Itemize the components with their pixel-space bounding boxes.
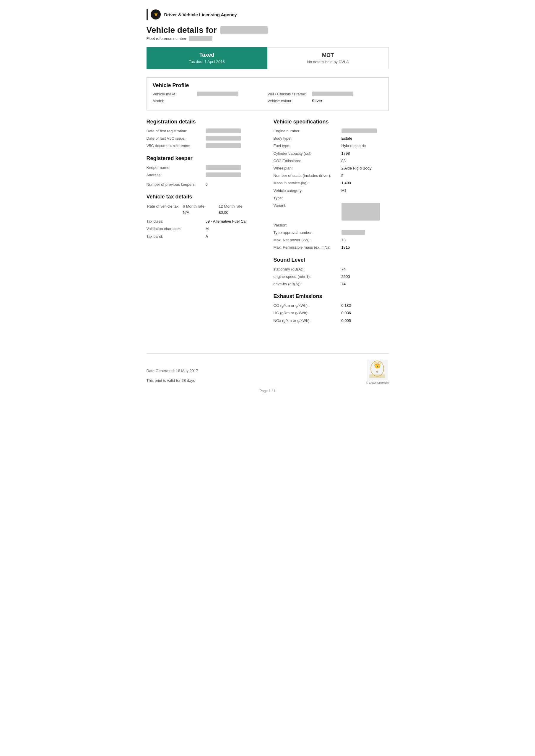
address-row: Address: (147, 173, 262, 178)
wheelplan-value: 2 Axle Rigid Body (342, 166, 372, 171)
vehicle-profile-title: Vehicle Profile (153, 82, 382, 89)
tax-class-row: Tax class: 59 - Alternative Fuel Car (147, 219, 262, 224)
registration-title: Registration details (147, 119, 262, 125)
first-reg-redacted (206, 128, 241, 133)
co2-value: 83 (342, 158, 346, 164)
hc-row: HC (g/km or g/kWh): 0.036 (273, 310, 389, 316)
last-v5c-redacted (206, 136, 241, 141)
crown-copyright-text: © Crown Copyright (366, 381, 388, 384)
status-row: Taxed Tax due: 1 April 2018 MOT No detai… (147, 47, 389, 69)
variant-row: Variant: (273, 203, 389, 221)
vin-redacted (312, 92, 353, 96)
sound-section: Sound Level stationary (dB(A)): 74 engin… (273, 257, 389, 287)
dvla-logo-icon: ⚜ (150, 9, 161, 20)
validity-text: This print is valid for 28 days (147, 377, 198, 384)
tax-band-row: Tax band: A (147, 234, 262, 239)
colour-row: Vehicle colour: Silver (268, 99, 382, 103)
footer-left: Date Generated: 18 May 2017 This print i… (147, 367, 198, 384)
body-type-row: Body type: Estate (273, 136, 389, 141)
stationary-row: stationary (dB(A)): 74 (273, 267, 389, 272)
max-perm-mass-row: Max. Permissible mass (ex. m/c): 1815 (273, 245, 389, 250)
tax-rate-table: Rate of vehicle tax 6 Month rate 12 Mont… (147, 203, 262, 216)
tax-section: Vehicle tax details Rate of vehicle tax … (147, 194, 262, 239)
fleet-ref-redacted (189, 36, 212, 41)
tax-class-value: 59 - Alternative Fuel Car (206, 219, 247, 224)
co2-row: CO2 Emissions: 83 (273, 158, 389, 164)
max-net-power-row: Max. Net power (kW): 73 (273, 237, 389, 243)
sound-title: Sound Level (273, 257, 389, 263)
vehicle-reg-redacted (220, 26, 268, 34)
tax-due-text: Tax due: 1 April 2018 (153, 59, 262, 64)
engine-speed-value: 2500 (342, 274, 350, 279)
fuel-type-row: Fuel type: Hybrid electric (273, 143, 389, 148)
last-v5c-row: Date of last V5C issue: (147, 136, 262, 141)
co-row: CO (g/km or g/kWh): 0.182 (273, 303, 389, 308)
keeper-title: Registered keeper (147, 155, 262, 162)
twelve-month-value: £0.00 (219, 210, 261, 216)
type-row: Type: (273, 196, 389, 201)
vin-row: VIN / Chassis / Frame: (268, 92, 382, 96)
mass-row: Mass in service (kg): 1,490 (273, 180, 389, 186)
variant-redacted (342, 203, 380, 221)
footer-right: 👑 ⚜ © Crown Copyright (366, 360, 388, 384)
validation-char-row: Validation character: M (147, 226, 262, 231)
six-month-header: 6 Month rate (183, 204, 218, 210)
prev-keepers-row: Number of previous keepers: 0 (147, 182, 262, 187)
category-row: Vehicle category: M1 (273, 188, 389, 193)
dvla-header: ⚜ Driver & Vehicle Licensing Agency (147, 9, 389, 20)
driveby-row: drive-by (dB(A)): 74 (273, 282, 389, 287)
tax-title: Vehicle tax details (147, 194, 262, 200)
footer: Date Generated: 18 May 2017 This print i… (147, 354, 389, 384)
left-column: Registration details Date of first regis… (147, 119, 262, 330)
mass-value: 1,490 (342, 180, 351, 186)
exhaust-section: Exhaust Emissions CO (g/km or g/kWh): 0.… (273, 293, 389, 323)
type-approval-redacted (342, 230, 365, 235)
page-number: Page 1 / 1 (147, 389, 389, 393)
specs-title: Vehicle specifications (273, 119, 389, 125)
org-name: Driver & Vehicle Licensing Agency (164, 12, 237, 17)
vehicle-make-redacted (197, 92, 239, 96)
seats-row: Number of seats (includes driver): 5 (273, 173, 389, 178)
address-redacted (206, 173, 241, 177)
body-type-value: Estate (342, 136, 352, 141)
rate-col-header: Rate of vehicle tax (147, 204, 182, 210)
registration-section: Registration details Date of first regis… (147, 119, 262, 149)
main-content: Registration details Date of first regis… (147, 119, 389, 330)
six-month-value: N/A (183, 210, 218, 216)
driveby-value: 74 (342, 282, 346, 287)
exhaust-title: Exhaust Emissions (273, 293, 389, 299)
keeper-name-redacted (206, 165, 241, 170)
max-net-power-value: 73 (342, 237, 346, 243)
fleet-ref-row: Fleet reference number (147, 36, 389, 41)
mot-status-title: MOT (273, 52, 382, 59)
category-value: M1 (342, 188, 347, 193)
fuel-type-value: Hybrid electric (342, 143, 366, 148)
cylinder-row: Cylinder capacity (cc): 1798 (273, 151, 389, 156)
v5c-ref-row: V5C document reference: (147, 143, 262, 148)
tax-status-box: Taxed Tax due: 1 April 2018 (147, 47, 268, 69)
mot-status-box: MOT No details held by DVLA (268, 47, 389, 69)
first-reg-row: Date of first registration: (147, 128, 262, 134)
date-generated: Date Generated: 18 May 2017 (147, 367, 198, 374)
type-approval-row: Type approval number: (273, 230, 389, 235)
wheelplan-row: Wheelplan: 2 Axle Rigid Body (273, 166, 389, 171)
stationary-value: 74 (342, 267, 346, 272)
svg-text:⚜: ⚜ (376, 370, 379, 374)
vehicle-model-row: Model: (153, 99, 268, 103)
svg-rect-6 (369, 374, 385, 378)
co-value: 0.182 (342, 303, 351, 308)
specs-section: Vehicle specifications Engine number: Bo… (273, 119, 389, 251)
vehicle-make-row: Vehicle make: (153, 92, 268, 96)
tax-status-title: Taxed (153, 52, 262, 58)
vehicle-profile-box: Vehicle Profile Vehicle make: Model: VIN… (147, 77, 389, 110)
tax-band-value: A (206, 234, 208, 239)
engine-speed-row: engine speed (min-1): 2500 (273, 274, 389, 279)
page-title: Vehicle details for (147, 25, 389, 35)
v5c-ref-redacted (206, 143, 241, 148)
colour-value: Silver (312, 99, 322, 103)
twelve-month-header: 12 Month rate (219, 204, 261, 210)
engine-number-row: Engine number: (273, 128, 389, 134)
nox-row: NOx (g/km or g/kWh): 0.005 (273, 318, 389, 323)
max-perm-mass-value: 1815 (342, 245, 350, 250)
keeper-name-row: Keeper name: (147, 165, 262, 170)
